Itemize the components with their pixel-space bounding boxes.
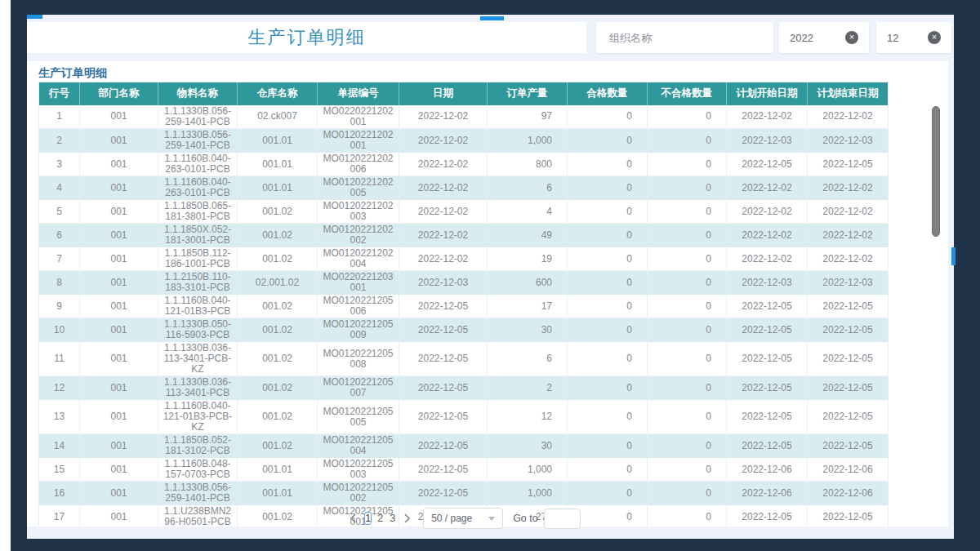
table-cell: 1.1.1330B.050-116-5903-PCB (158, 318, 238, 342)
table-cell: 14 (39, 434, 80, 458)
table-cell: 2022-12-02 (399, 247, 488, 271)
table-cell: 1,000 (488, 129, 568, 153)
table-cell: 0 (648, 247, 727, 271)
table-cell: MO0220221202001 (318, 105, 399, 129)
table-cell: 001 (80, 434, 158, 458)
table-cell: 1.1.2150B.110-183-3101-PCB (158, 271, 238, 295)
table-cell: 0 (568, 247, 648, 271)
table-cell: 0 (568, 482, 648, 505)
table-cell: MO0120221202005 (318, 176, 399, 200)
table-cell: 0 (568, 105, 648, 129)
table-cell: 0 (568, 176, 648, 200)
table-row: 110011.1.1330B.036-113-3401-PCB-KZ001.02… (39, 342, 889, 376)
table-cell: 0 (568, 271, 648, 295)
organization-filter[interactable] (596, 22, 773, 53)
table-cell: MO0120221205005 (318, 400, 399, 434)
table-cell: 8 (39, 271, 80, 295)
table-cell: 2022-12-02 (399, 176, 488, 200)
year-value: 2022 (790, 32, 813, 44)
organization-input[interactable] (609, 32, 760, 44)
table-cell: 2022-12-06 (727, 458, 808, 482)
table-cell: 001.01 (238, 176, 318, 200)
table-cell: 97 (488, 105, 568, 129)
table-cell: MO0120221205009 (318, 318, 399, 342)
table-cell: 11 (39, 342, 80, 376)
table-cell: MO0220221203001 (318, 271, 399, 295)
table-cell: 1.1.1850B.112-186-1001-PCB (158, 247, 238, 271)
page-number-2[interactable]: 2 (376, 512, 384, 525)
column-header: 单据编号 (318, 82, 399, 105)
table-cell: 2022-12-05 (399, 400, 488, 434)
table-cell: 2022-12-03 (727, 129, 808, 153)
table-cell: 2022-12-05 (808, 295, 889, 318)
table-cell: 0 (648, 271, 727, 295)
table-row: 10011.1.1330B.056-259-1401-PCB02.ck007MO… (39, 105, 889, 129)
table-row: 20011.1.1330B.056-259-1401-PCB001.01MO01… (39, 129, 889, 153)
table-cell: 001.02 (238, 376, 318, 400)
page-number-1[interactable]: 1 (364, 512, 372, 525)
table-cell: 0 (648, 153, 727, 176)
table-cell: 0 (648, 129, 727, 153)
table-cell: 2022-12-06 (808, 458, 889, 482)
order-table: 行号部门名称物料名称仓库名称单据编号日期订单产量合格数量不合格数量计划开始日期计… (38, 82, 889, 529)
table-cell: 30 (488, 318, 568, 342)
table-cell: 0 (648, 176, 727, 200)
table-row: 160011.1.1330B.056-259-1401-PCB001.01MO0… (39, 482, 889, 505)
table-cell: 1,000 (488, 458, 568, 482)
table-cell: 6 (39, 224, 80, 247)
title-bar: 生产订单明细 (27, 22, 586, 53)
content-panel: 生产订单明细 2022 × 12 × 生产订单明细 行号部门名称物料名称仓库名称… (27, 15, 954, 539)
table-row: 40011.1.1160B.040-263-0101-PCB001.01MO01… (39, 176, 889, 200)
table-cell: 001 (80, 342, 158, 376)
table-cell: 2 (488, 376, 568, 400)
table-cell: 2022-12-05 (808, 434, 889, 458)
table-cell: 2022-12-05 (399, 458, 488, 482)
top-left-accent-dash (27, 15, 42, 19)
clear-month-icon[interactable]: × (928, 31, 941, 44)
table-cell: MO0120221202004 (318, 247, 399, 271)
report-card: 生产订单明细 行号部门名称物料名称仓库名称单据编号日期订单产量合格数量不合格数量… (27, 61, 948, 527)
right-edge-handle[interactable] (951, 247, 956, 265)
table-cell: 0 (568, 434, 648, 458)
table-cell: 001.01 (238, 482, 318, 505)
table-cell: 6 (488, 176, 568, 200)
prev-page-icon[interactable] (345, 509, 362, 527)
table-cell: 9 (39, 295, 80, 318)
table-row: 100011.1.1330B.050-116-5903-PCB001.02MO0… (39, 318, 889, 342)
table-cell: 001 (80, 176, 158, 200)
table-cell: 1.1.1160B.040-263-0101-PCB (158, 176, 238, 200)
table-cell: 800 (488, 153, 568, 176)
table-cell: 2022-12-05 (399, 342, 488, 376)
table-cell: 0 (648, 318, 727, 342)
table-cell: 0 (648, 482, 727, 505)
table-cell: 001.02 (238, 247, 318, 271)
goto-label: Go to (513, 513, 538, 524)
table-cell: 2022-12-02 (808, 200, 889, 224)
month-filter[interactable]: 12 × (876, 22, 951, 53)
column-header: 日期 (399, 82, 488, 105)
table-cell: 1.1.1850X.052-181-3001-PCB (158, 224, 238, 247)
top-center-accent-dash (480, 16, 504, 20)
table-cell: 001.02 (238, 295, 318, 318)
table-cell: 1.1.1160B.040-121-01B3-PCB-KZ (158, 400, 238, 434)
table-cell: 0 (648, 224, 727, 247)
column-header: 物料名称 (158, 82, 238, 105)
table-cell: 001.01 (238, 153, 318, 176)
column-header: 行号 (39, 82, 80, 105)
year-filter[interactable]: 2022 × (779, 22, 869, 53)
page-size-select[interactable]: 50 / page (423, 508, 503, 529)
page-number-3[interactable]: 3 (389, 512, 396, 525)
table-cell: 4 (39, 176, 80, 200)
table-row: 90011.1.1160B.040-121-01B3-PCB001.02MO01… (39, 295, 889, 318)
table-cell: 2022-12-05 (727, 318, 808, 342)
vertical-scrollbar-thumb[interactable] (932, 106, 940, 237)
clear-year-icon[interactable]: × (845, 31, 858, 44)
table-cell: 0 (648, 434, 727, 458)
table-cell: 1.1.1850B.052-181-3102-PCB (158, 434, 238, 458)
table-cell: 2022-12-05 (399, 376, 488, 400)
table-cell: 2022-12-02 (727, 176, 808, 200)
table-cell: 10 (39, 318, 80, 342)
goto-page-input[interactable] (544, 509, 581, 529)
next-page-icon[interactable] (399, 509, 415, 527)
table-cell: 16 (39, 482, 80, 505)
